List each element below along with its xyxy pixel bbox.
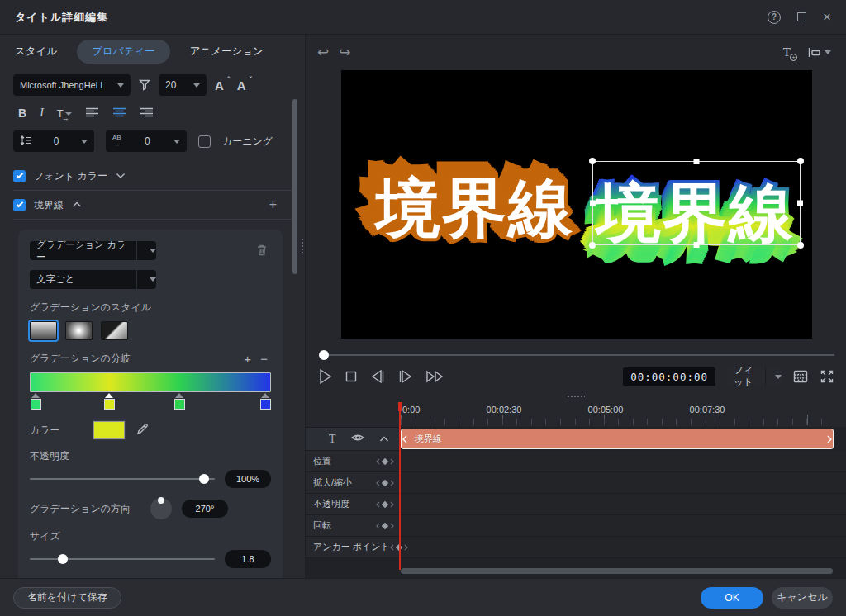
kerning-checkbox[interactable]	[198, 135, 211, 148]
previous-keyframe-icon[interactable]	[390, 544, 394, 551]
panel-scrollbar[interactable]	[292, 99, 297, 274]
letter-spacing-select[interactable]: AB↔ 0	[106, 130, 187, 152]
preview-canvas[interactable]: 境界線境界線境界線境界線境界線境界線境界線境界線境界線 境界線境界線境界線境界線…	[341, 70, 812, 339]
size-value[interactable]: 1.8	[225, 550, 271, 568]
next-keyframe-icon[interactable]	[390, 523, 394, 529]
gradient-style-linear[interactable]	[30, 321, 57, 340]
decrease-font-icon[interactable]: Aˇ	[237, 78, 251, 92]
gradient-style-diagonal[interactable]	[101, 321, 128, 340]
line-spacing-select[interactable]: 0	[13, 130, 94, 152]
italic-icon[interactable]: I	[40, 107, 44, 120]
next-keyframe-icon[interactable]	[390, 501, 394, 508]
keyframe-lane[interactable]	[399, 537, 846, 557]
chevron-up-icon[interactable]	[72, 201, 82, 208]
opacity-slider-thumb[interactable]	[199, 474, 209, 484]
ok-button[interactable]: OK	[701, 587, 763, 609]
add-border-icon[interactable]: +	[269, 197, 277, 212]
title-clip[interactable]: 境界線	[401, 429, 834, 449]
previous-keyframe-icon[interactable]	[376, 501, 380, 508]
selection-handle[interactable]	[797, 201, 803, 206]
border-section[interactable]: 境界線 +	[13, 191, 292, 219]
align-left-icon[interactable]	[85, 107, 99, 121]
previous-keyframe-icon[interactable]	[376, 458, 380, 465]
keyframe-lane[interactable]	[399, 451, 846, 471]
increase-font-icon[interactable]: Aˆ	[215, 78, 229, 92]
selection-handle[interactable]	[590, 201, 596, 206]
panel-resize-handle[interactable]	[301, 238, 304, 253]
selection-handle[interactable]	[797, 158, 804, 164]
keyframe-lane[interactable]	[399, 515, 846, 536]
add-keyframe-icon[interactable]	[382, 500, 388, 507]
add-keyframe-icon[interactable]	[382, 522, 388, 528]
next-frame-button[interactable]	[397, 368, 414, 385]
previous-keyframe-icon[interactable]	[376, 480, 380, 486]
add-stop-icon[interactable]: +	[240, 352, 254, 366]
text-track-icon[interactable]: T	[329, 433, 336, 446]
keyframe-lane[interactable]	[399, 494, 846, 514]
save-as-button[interactable]: 名前を付けて保存	[13, 587, 121, 609]
timeline-ruler[interactable]: 0:00 00:02:30 00:05:00 00:07:30	[306, 402, 846, 427]
add-text-icon[interactable]: T+	[783, 45, 796, 59]
fast-forward-button[interactable]	[425, 368, 445, 385]
size-slider-thumb[interactable]	[58, 554, 68, 564]
align-right-icon[interactable]	[140, 107, 154, 121]
opacity-value[interactable]: 100%	[225, 470, 271, 488]
fullscreen-icon[interactable]	[820, 369, 834, 384]
selection-handle[interactable]	[589, 158, 596, 164]
font-color-section[interactable]: フォント カラー	[13, 162, 292, 190]
border-checkbox[interactable]	[13, 199, 26, 211]
stop-color-swatch[interactable]	[93, 421, 125, 439]
visibility-icon[interactable]	[351, 433, 364, 445]
align-center-icon[interactable]	[112, 107, 126, 121]
gradient-style-radial[interactable]	[65, 321, 93, 340]
cancel-button[interactable]: キャンセル	[772, 587, 833, 609]
tab-properties[interactable]: プロパティー	[77, 40, 169, 64]
selection-box[interactable]	[592, 161, 801, 245]
tab-animation[interactable]: アニメーション	[188, 40, 265, 64]
timecode[interactable]: 00:00:00:00	[623, 367, 715, 386]
apply-mode-select[interactable]: 文字ごと	[30, 270, 156, 289]
eyedropper-icon[interactable]	[136, 423, 149, 438]
gradient-stop[interactable]	[173, 393, 185, 410]
close-icon[interactable]: ×	[823, 10, 831, 24]
gradient-bar[interactable]	[30, 372, 271, 392]
bold-icon[interactable]: B	[18, 107, 26, 120]
tab-style[interactable]: スタイル	[13, 40, 59, 64]
font-size-select[interactable]: 20	[159, 74, 207, 96]
opacity-slider[interactable]	[30, 474, 215, 484]
collapse-track-icon[interactable]	[379, 434, 389, 445]
remove-stop-icon[interactable]: −	[257, 352, 271, 366]
previous-keyframe-icon[interactable]	[376, 523, 380, 529]
seek-bar[interactable]	[319, 350, 834, 360]
clip-trim-left[interactable]	[401, 429, 409, 448]
stop-button[interactable]	[345, 368, 358, 385]
gradient-stop[interactable]	[30, 393, 41, 410]
previous-frame-button[interactable]	[369, 368, 386, 385]
delete-border-icon[interactable]	[256, 244, 268, 258]
add-keyframe-icon[interactable]	[382, 479, 388, 486]
redo-icon[interactable]: ↪	[339, 44, 350, 61]
maximize-icon[interactable]	[797, 12, 806, 21]
next-keyframe-icon[interactable]	[390, 458, 394, 465]
gradient-stop[interactable]	[259, 393, 271, 410]
fill-type-select[interactable]: グラデーション カラー	[30, 241, 156, 260]
selection-handle[interactable]	[694, 242, 700, 248]
font-color-checkbox[interactable]	[13, 170, 26, 182]
selection-handle[interactable]	[589, 242, 596, 249]
gradient-direction-knob[interactable]	[150, 498, 172, 519]
help-icon[interactable]: ?	[768, 11, 781, 24]
selection-handle[interactable]	[694, 159, 700, 164]
selection-handle[interactable]	[797, 242, 804, 249]
gradient-direction-value[interactable]: 270°	[182, 500, 228, 518]
seek-thumb[interactable]	[319, 350, 329, 360]
playhead[interactable]	[399, 402, 401, 570]
font-family-select[interactable]: Microsoft JhengHei L	[13, 74, 131, 96]
safe-zone-grid-icon[interactable]	[793, 370, 808, 383]
keyframe-lane[interactable]	[399, 472, 846, 493]
timeline-scrollbar[interactable]	[401, 568, 833, 574]
next-keyframe-icon[interactable]	[390, 480, 394, 486]
clip-trim-right[interactable]	[825, 429, 834, 448]
text-direction-icon[interactable]: T→	[57, 107, 72, 120]
timeline-resize-handle[interactable]	[567, 395, 585, 398]
title-text-orange[interactable]: 境界線境界線境界線境界線境界線境界線境界線境界線境界線	[362, 159, 574, 245]
